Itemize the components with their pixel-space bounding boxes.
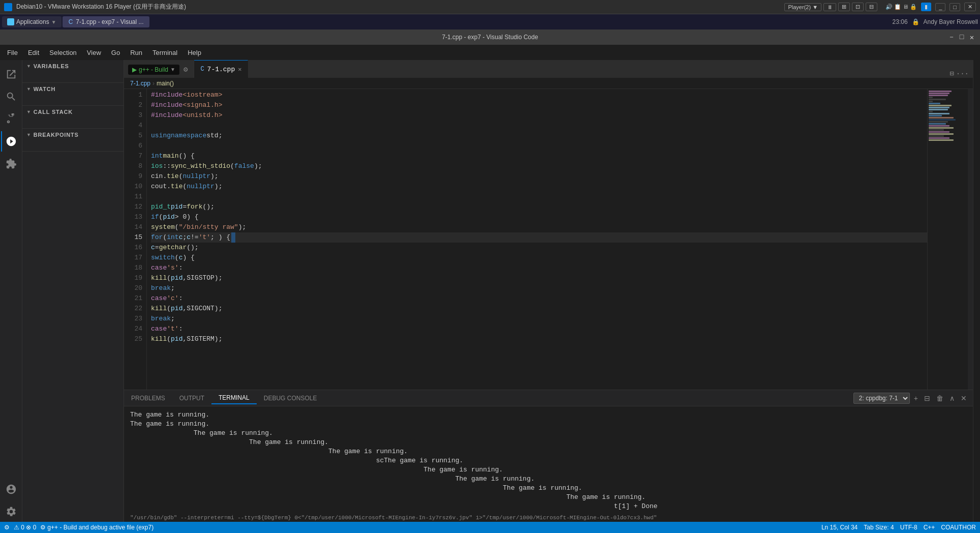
breadcrumb-file[interactable]: 7-1.cpp [130, 80, 150, 87]
line-num-17: 17 [124, 253, 146, 263]
vm-pause-btn[interactable]: ⏸ [823, 3, 836, 11]
code-line-10: cout.tie(nullptr); [151, 182, 927, 192]
activity-source-control[interactable] [1, 109, 21, 129]
terminal-chevron-up-btn[interactable]: ∧ [947, 393, 957, 403]
problems-tab[interactable]: PROBLEMS [124, 393, 172, 404]
vm-player-btn[interactable]: Player(2) ▼ [784, 3, 821, 11]
breadcrumb-sep1: › [152, 80, 155, 87]
vmware-icon [4, 3, 12, 11]
terminal-panel: PROBLEMS OUTPUT TERMINAL DEBUG CONSOLE 2… [124, 390, 973, 522]
terminal-line-3: The game is running. [130, 429, 967, 438]
minimap-line [929, 115, 942, 116]
breadcrumb-func[interactable]: main() [157, 80, 174, 87]
vm-btn4[interactable]: ⊟ [866, 3, 877, 11]
terminal-tab-btn[interactable]: TERMINAL [211, 392, 257, 404]
editor-tab-active[interactable]: C 7-1.cpp ✕ [194, 60, 248, 78]
activity-debug[interactable] [1, 131, 21, 152]
status-errors-btn[interactable]: ⚠ 0 ⊗ 0 [14, 524, 36, 531]
vscode-restore-btn[interactable]: □ [958, 33, 966, 41]
menu-terminal[interactable]: Terminal [147, 47, 182, 58]
activity-explorer[interactable] [1, 64, 21, 84]
activity-accounts[interactable] [1, 479, 21, 499]
menu-run[interactable]: Run [125, 47, 147, 58]
line-num-13: 13 [124, 212, 146, 222]
debug-sidebar: ▼ VARIABLES ▼ WATCH ▼ CALL STACK [22, 60, 124, 522]
menu-help[interactable]: Help [182, 47, 206, 58]
line-num-20: 20 [124, 283, 146, 293]
line-num-16: 16 [124, 243, 146, 253]
call-stack-header[interactable]: ▼ CALL STACK [22, 106, 124, 118]
vscode-minimize-btn[interactable]: － [947, 33, 956, 41]
right-gutter [973, 60, 980, 522]
line-num-10: 10 [124, 182, 146, 192]
vscode-close-btn[interactable]: ✕ [968, 33, 976, 41]
tab-c-icon: C [200, 66, 204, 73]
line-num-11: 11 [124, 192, 146, 202]
terminal-line-2: The game is running. [130, 420, 967, 429]
menu-view[interactable]: View [82, 47, 106, 58]
minimap-line [929, 139, 954, 141]
vscode-titlebar: 7-1.cpp - exp7 - Visual Studio Code － □ … [0, 29, 980, 45]
terminal-split-btn[interactable]: ⊟ [922, 393, 932, 403]
app-dropdown-arrow: ▼ [51, 19, 56, 25]
watch-content [22, 95, 124, 105]
code-line-24: case 't': [151, 324, 927, 334]
terminal-trash-btn[interactable]: 🗑 [934, 393, 945, 403]
terminal-close-btn[interactable]: ✕ [959, 393, 969, 403]
output-tab[interactable]: OUTPUT [172, 393, 211, 404]
applications-menu[interactable]: Applications ▼ [2, 16, 62, 27]
line-num-19: 19 [124, 273, 146, 283]
terminal-content[interactable]: The game is running. The game is running… [124, 406, 973, 522]
vscode-window: 7-1.cpp - exp7 - Visual Studio Code － □ … [0, 29, 980, 533]
menu-selection[interactable]: Selection [44, 47, 81, 58]
breakpoints-header[interactable]: ▼ BREAKPOINTS [22, 129, 124, 141]
vscode-taskbar-tab[interactable]: C 7-1.cpp - exp7 - Visual ... [63, 16, 150, 27]
status-tab-size[interactable]: Tab Size: 4 [864, 524, 894, 531]
activity-settings[interactable] [1, 501, 21, 522]
minimap-line [929, 113, 950, 114]
vm-btn3[interactable]: ⊡ [852, 3, 864, 11]
status-remote-btn[interactable]: ⚙ [4, 524, 10, 531]
code-content[interactable]: #include <iostream> #include <signal.h> … [147, 89, 927, 390]
vm-active-btn[interactable]: ▮ [921, 3, 931, 11]
status-position[interactable]: Ln 15, Col 34 [821, 524, 858, 531]
activity-search[interactable] [1, 86, 21, 107]
code-editor[interactable]: 1 2 3 4 5 6 7 8 9 10 11 12 13 14 15 16 1 [124, 89, 973, 390]
line-num-18: 18 [124, 263, 146, 273]
variables-content [22, 72, 124, 82]
status-build-btn[interactable]: ⚙ g++ - Build and debug active file (exp… [40, 524, 154, 531]
menu-edit[interactable]: Edit [23, 47, 44, 58]
run-build-btn[interactable]: ▶ g++ - Build ▼ [128, 65, 179, 75]
status-left: ⚙ ⚠ 0 ⊗ 0 ⚙ g++ - Build and debug active… [4, 524, 154, 531]
status-feedback[interactable]: COAUTHOR [941, 524, 976, 531]
terminal-selector[interactable]: 2: cppdbg: 7-1 [853, 393, 910, 404]
status-language[interactable]: C++ [924, 524, 935, 531]
minimap-line [929, 119, 956, 121]
variables-arrow: ▼ [26, 64, 32, 69]
more-actions-icon[interactable]: ··· [956, 70, 969, 78]
vm-close-btn[interactable]: ✕ [964, 3, 976, 11]
minimap-line [929, 91, 952, 92]
debug-console-tab[interactable]: DEBUG CONSOLE [257, 393, 324, 404]
terminal-add-btn[interactable]: + [912, 393, 920, 403]
tab-close-btn[interactable]: ✕ [238, 66, 241, 73]
menu-go[interactable]: Go [106, 47, 125, 58]
line-num-8: 8 [124, 161, 146, 171]
minimap-line [929, 109, 948, 110]
terminal-line-8: The game is running. [130, 475, 967, 484]
settings-gear-icon[interactable]: ⚙ [181, 63, 190, 76]
variables-label: VARIABLES [34, 63, 69, 69]
code-line-4 [151, 121, 927, 131]
split-editor-icon[interactable]: ⊟ [950, 69, 954, 78]
vm-toolbar: Player(2) ▼ ⏸ ⊞ ⊡ ⊟ [782, 3, 879, 11]
editor-scrollbar[interactable] [968, 89, 973, 390]
vm-btn2[interactable]: ⊞ [838, 3, 850, 11]
terminal-line-6: scThe game is running. [130, 456, 967, 465]
status-encoding[interactable]: UTF-8 [900, 524, 917, 531]
variables-header[interactable]: ▼ VARIABLES [22, 60, 124, 72]
menu-file[interactable]: File [2, 47, 23, 58]
vm-restore-btn[interactable]: □ [950, 3, 960, 11]
activity-extensions[interactable] [1, 154, 21, 174]
vm-minimize-btn[interactable]: _ [935, 3, 945, 11]
watch-header[interactable]: ▼ WATCH [22, 83, 124, 95]
